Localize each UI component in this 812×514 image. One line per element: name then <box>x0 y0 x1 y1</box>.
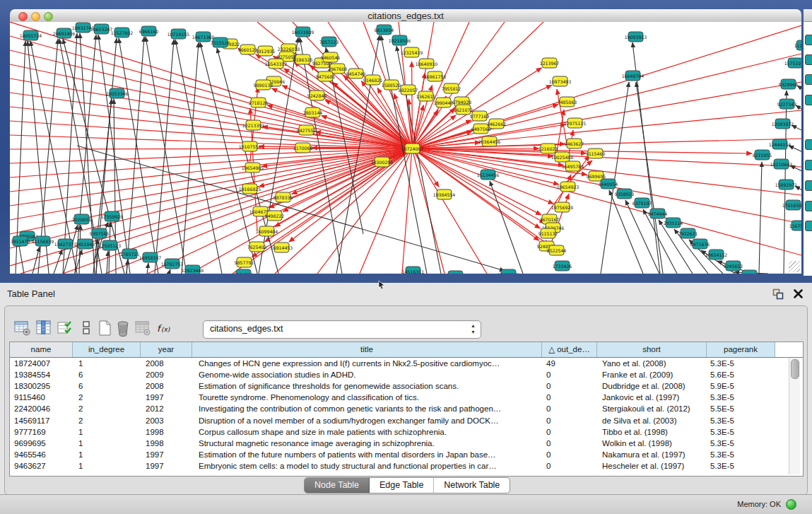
graph-edge[interactable] <box>412 25 801 148</box>
table-cell[interactable]: Corpus callosum shape and size in male p… <box>192 428 542 436</box>
table-cell[interactable]: 1998 <box>141 439 192 448</box>
table-cell[interactable]: Changes of HCN gene expression and I(f) … <box>192 359 542 368</box>
graph-edge[interactable] <box>10 148 412 220</box>
table-cell[interactable]: 2008 <box>141 359 192 368</box>
graph-edge[interactable] <box>413 148 546 223</box>
table-settings-button[interactable] <box>13 319 32 337</box>
table-cell[interactable]: 0 <box>542 404 597 413</box>
table-cell[interactable]: 49 <box>542 359 597 368</box>
table-row[interactable]: 969969511998Structural magnetic resonanc… <box>10 438 803 449</box>
table-cell[interactable]: Stergiakouli et al. (2012) <box>597 404 707 413</box>
graph-edge[interactable] <box>317 148 412 274</box>
graph-edge[interactable] <box>200 42 257 274</box>
table-cell[interactable]: 5.5E-5 <box>707 404 775 413</box>
graph-edge[interactable] <box>54 250 62 274</box>
background-window-titlebar[interactable] <box>804 9 812 22</box>
table-cell[interactable]: Estimation of the future numbers of pati… <box>192 450 542 459</box>
graph-edge[interactable] <box>107 251 108 274</box>
table-row[interactable]: 2242004622012Investigating the contribut… <box>10 403 803 414</box>
table-cell[interactable]: 5.3E-5 <box>707 416 775 425</box>
table-cell[interactable]: Dudbridge et al. (2008) <box>597 382 707 390</box>
table-cell[interactable]: Disruption of a novel member of a sodium… <box>192 416 542 425</box>
select-columns-button[interactable] <box>35 319 53 337</box>
table-cell[interactable]: 9465546 <box>10 450 73 459</box>
table-cell[interactable]: 1998 <box>141 428 192 436</box>
table-cell[interactable]: Estimation of significance thresholds fo… <box>192 382 542 390</box>
table-row[interactable]: 977716911998Corpus callosum shape and si… <box>10 426 803 438</box>
table-cell[interactable]: Yano et al. (2008) <box>597 359 707 368</box>
graph-edge[interactable] <box>490 181 523 274</box>
table-cell[interactable]: 0 <box>542 450 597 459</box>
table-cell[interactable]: 0 <box>542 393 597 402</box>
tab-network-table[interactable]: Network Table <box>434 478 510 493</box>
table-cell[interactable]: de Silva et al. (2003) <box>597 416 707 425</box>
graph-edge[interactable] <box>155 40 174 274</box>
graph-edge[interactable] <box>792 125 801 137</box>
table-cell[interactable]: 1 <box>73 428 141 436</box>
column-header-out_de[interactable]: △ out_de… <box>542 342 597 357</box>
graph-edge[interactable] <box>119 38 158 274</box>
table-cell[interactable]: Embryonic stem cells: a model to study s… <box>192 462 542 470</box>
table-cell[interactable]: 1997 <box>141 462 192 470</box>
table-cell[interactable]: 9777169 <box>10 428 73 436</box>
network-graph[interactable]: 1872400776638229660123591293523226038927… <box>10 22 801 274</box>
table-cell[interactable]: 18300295 <box>10 382 73 390</box>
table-cell[interactable]: 5.3E-5 <box>707 393 775 402</box>
table-cell[interactable]: 5.9E-5 <box>707 382 775 390</box>
table-cell[interactable]: 1 <box>73 359 141 368</box>
graph-edge[interactable] <box>126 37 144 274</box>
graph-edge[interactable] <box>796 105 801 117</box>
table-cell[interactable]: 5.3E-5 <box>707 428 775 436</box>
column-header-short[interactable]: short <box>597 342 707 357</box>
table-cell[interactable]: 1 <box>73 450 141 459</box>
table-row[interactable]: 946554611997Estimation of the future num… <box>10 449 803 460</box>
table-cell[interactable]: 0 <box>542 370 597 379</box>
column-header-in_degree[interactable]: in_degree <box>73 342 141 357</box>
graph-edge[interactable] <box>259 37 298 274</box>
scrollbar-thumb[interactable] <box>791 359 799 379</box>
table-checks-button[interactable] <box>56 319 74 337</box>
table-cell[interactable]: 5.6E-5 <box>707 370 775 379</box>
table-cell[interactable]: 1 <box>73 439 141 448</box>
vertical-scrollbar[interactable] <box>789 358 800 474</box>
table-row[interactable]: 1938455462009Genome-wide association stu… <box>10 369 803 380</box>
table-row[interactable]: 1830029562008Estimation of significance … <box>10 380 803 392</box>
graph-edge[interactable] <box>10 107 412 148</box>
delete-column-button[interactable] <box>114 319 132 337</box>
table-cell[interactable]: 22420046 <box>10 404 73 413</box>
tab-node-table[interactable]: Node Table <box>305 478 370 493</box>
table-cell[interactable]: 0 <box>542 439 597 448</box>
column-header-year[interactable]: year <box>141 342 192 357</box>
table-cell[interactable]: 1 <box>73 462 141 470</box>
graph-edge[interactable] <box>789 146 801 158</box>
table-cell[interactable]: 9115460 <box>10 393 73 402</box>
table-cell[interactable]: 6 <box>73 370 141 379</box>
table-cell[interactable]: 5.3E-5 <box>707 450 775 459</box>
create-column-button[interactable] <box>95 319 114 337</box>
graph-edge[interactable] <box>790 165 801 177</box>
table-cell[interactable]: 5.3E-5 <box>707 439 775 448</box>
table-cell[interactable]: 2009 <box>141 370 192 379</box>
table-cell[interactable]: 0 <box>542 382 597 390</box>
graph-edge[interactable] <box>797 86 801 98</box>
tab-edge-table[interactable]: Edge Table <box>370 478 434 493</box>
table-cell[interactable]: Hescheler et al. (1997) <box>597 462 707 470</box>
table-cell[interactable]: Tibbo et al. (1998) <box>597 428 707 436</box>
function-builder-button[interactable]: f (x) <box>155 319 173 337</box>
graph-edge[interactable] <box>147 263 148 274</box>
graph-edge[interactable] <box>20 148 412 274</box>
graph-edge[interactable] <box>169 269 170 274</box>
table-row[interactable]: 911546021997Tourette syndrome. Phenomeno… <box>10 392 803 403</box>
table-cell[interactable]: 18724007 <box>10 359 73 368</box>
table-cell[interactable]: Wolkin et al. (1998) <box>597 439 707 448</box>
graph-edge[interactable] <box>146 37 187 274</box>
window-resize-grip[interactable] <box>789 261 800 272</box>
table-cell[interactable]: Structural magnetic resonance image aver… <box>192 439 542 448</box>
table-cell[interactable]: 2012 <box>141 404 192 413</box>
background-window[interactable] <box>804 9 812 276</box>
table-cell[interactable]: 6 <box>73 382 141 390</box>
graph-edge[interactable] <box>18 242 24 274</box>
table-cell[interactable]: 2 <box>73 393 141 402</box>
column-header-title[interactable]: title <box>192 342 542 357</box>
graph-edge[interactable] <box>412 22 469 148</box>
